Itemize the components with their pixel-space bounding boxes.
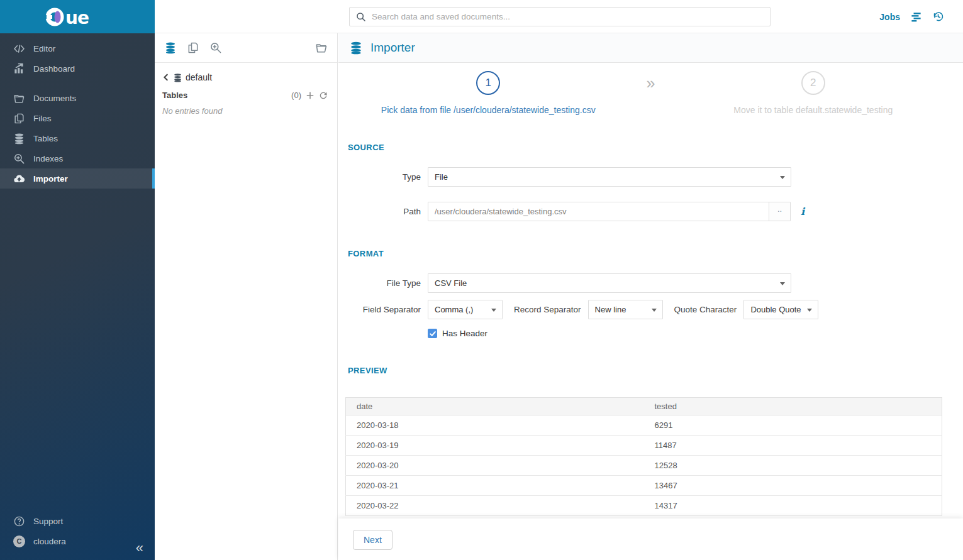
files-icon <box>13 113 25 124</box>
next-button[interactable]: Next <box>353 530 392 550</box>
format-heading: FORMAT <box>348 249 963 258</box>
help-icon <box>13 515 25 527</box>
sidebar-collapse-icon[interactable]: « <box>136 541 143 555</box>
path-row: Path .. i <box>338 202 963 221</box>
database-name[interactable]: default <box>186 72 212 82</box>
path-input[interactable] <box>428 202 769 221</box>
search-icon <box>356 12 366 22</box>
folder-icon[interactable] <box>315 41 328 54</box>
cell-tested: 11487 <box>644 436 942 456</box>
zoom-in-icon[interactable] <box>209 41 222 54</box>
hue-logo[interactable]: ue <box>0 0 155 33</box>
database-breadcrumb[interactable]: default <box>155 63 337 82</box>
history-icon[interactable] <box>932 11 944 23</box>
field-separator-label: Field Separator <box>338 305 421 314</box>
topbar-right: Jobs <box>879 0 944 33</box>
tables-count: (0) <box>291 91 301 100</box>
topbar: Jobs <box>155 0 963 33</box>
table-row: 2020-03-20 12528 <box>346 456 942 476</box>
browse-button[interactable]: .. <box>769 202 791 221</box>
cell-date: 2020-03-21 <box>346 476 644 496</box>
table-row: 2020-03-19 11487 <box>346 436 942 456</box>
file-type-select[interactable]: CSV File <box>428 273 791 293</box>
sidebar-item-label: Importer <box>33 174 68 184</box>
type-label: Type <box>338 172 421 182</box>
cell-date: 2020-03-20 <box>346 456 644 476</box>
field-separator-select[interactable]: Comma (,) <box>428 300 503 319</box>
info-icon[interactable]: i <box>801 206 804 217</box>
quote-character-select[interactable]: Double Quote <box>743 300 818 319</box>
has-header-checkbox[interactable] <box>428 329 437 338</box>
cell-date: 2020-03-18 <box>346 415 644 436</box>
table-row: 2020-03-22 14317 <box>346 496 942 516</box>
sidebar-item-support[interactable]: Support <box>0 511 155 531</box>
type-row: Type File <box>338 167 963 187</box>
column-header-date: date <box>346 398 644 415</box>
code-icon <box>13 43 25 55</box>
cell-date: 2020-03-19 <box>346 436 644 456</box>
database-icon <box>173 73 182 82</box>
jobs-link[interactable]: Jobs <box>879 12 900 22</box>
tables-label: Tables <box>162 91 187 100</box>
dashboard-icon <box>13 63 25 75</box>
record-separator-select[interactable]: New line <box>588 300 663 319</box>
importer-icon <box>13 173 25 185</box>
sidebar-item-files[interactable]: Files <box>0 108 155 128</box>
page-title: Importer <box>370 41 415 55</box>
cell-date: 2020-03-22 <box>346 496 644 516</box>
step-2-label: Move it to table default.statewide_testi… <box>733 105 893 115</box>
tables-empty-message: No entries found <box>155 100 337 116</box>
sidebar-item-label: Editor <box>33 44 55 53</box>
tables-header: Tables (0) <box>155 82 337 100</box>
has-header-row: Has Header <box>428 329 963 338</box>
indexes-icon <box>13 153 25 165</box>
nav-group-divider <box>0 79 155 88</box>
preview-heading: PREVIEW <box>348 366 963 375</box>
hue-logo-icon: ue <box>45 7 109 27</box>
separators-row: Field Separator Comma (,) Record Separat… <box>338 300 963 319</box>
wizard-footer: Next <box>338 519 963 560</box>
jobs-list-icon[interactable] <box>910 11 922 23</box>
sidebar-item-editor[interactable]: Editor <box>0 38 155 58</box>
type-select[interactable]: File <box>428 167 791 187</box>
add-table-icon[interactable] <box>306 91 315 100</box>
sidebar-item-importer[interactable]: Importer <box>0 168 155 189</box>
cell-tested: 6291 <box>644 415 942 436</box>
sidebar-footer: Support C cloudera <box>0 511 155 551</box>
sidebar-item-dashboard[interactable]: Dashboard <box>0 58 155 79</box>
sql-source-icon[interactable] <box>164 41 177 54</box>
table-row: 2020-03-18 6291 <box>346 415 942 436</box>
tables-icon <box>13 133 25 145</box>
sidebar: ue Editor Dashboard Documents Files Tabl… <box>0 0 155 560</box>
record-separator-label: Record Separator <box>514 305 581 314</box>
step-1-label: Pick data from file /user/cloudera/state… <box>381 105 596 115</box>
sidebar-nav: Editor Dashboard Documents Files Tables … <box>0 33 155 189</box>
sidebar-item-tables[interactable]: Tables <box>0 128 155 148</box>
search-input[interactable] <box>372 12 764 21</box>
sidebar-item-indexes[interactable]: Indexes <box>0 148 155 168</box>
sidebar-item-label: Dashboard <box>33 64 75 74</box>
quote-character-label: Quote Character <box>674 305 737 314</box>
cell-tested: 13467 <box>644 476 942 496</box>
path-label: Path <box>338 207 421 216</box>
global-search[interactable] <box>349 7 771 26</box>
refresh-icon[interactable] <box>319 91 328 100</box>
documents-source-icon[interactable] <box>187 41 199 54</box>
step-2[interactable]: 2 Move it to table default.statewide_tes… <box>664 71 963 115</box>
has-header-label: Has Header <box>442 329 487 338</box>
table-row: 2020-03-21 13467 <box>346 476 942 496</box>
step-1[interactable]: 1 Pick data from file /user/cloudera/sta… <box>338 71 638 115</box>
sidebar-item-documents[interactable]: Documents <box>0 88 155 108</box>
column-header-tested: tested <box>644 398 942 415</box>
sidebar-item-user[interactable]: C cloudera <box>0 531 155 551</box>
sidebar-item-label: Documents <box>33 94 76 103</box>
sidebar-item-label: Tables <box>33 134 58 143</box>
sidebar-item-label: Files <box>33 114 52 123</box>
wizard-steps: 1 Pick data from file /user/cloudera/sta… <box>338 63 963 115</box>
step-1-number: 1 <box>476 71 500 95</box>
documents-icon <box>13 92 25 104</box>
chevron-left-icon[interactable] <box>162 74 170 81</box>
importer-panel: Importer 1 Pick data from file /user/clo… <box>338 33 963 560</box>
preview-header-row: date tested <box>346 398 942 415</box>
steps-chevron-icon: » <box>638 71 664 95</box>
